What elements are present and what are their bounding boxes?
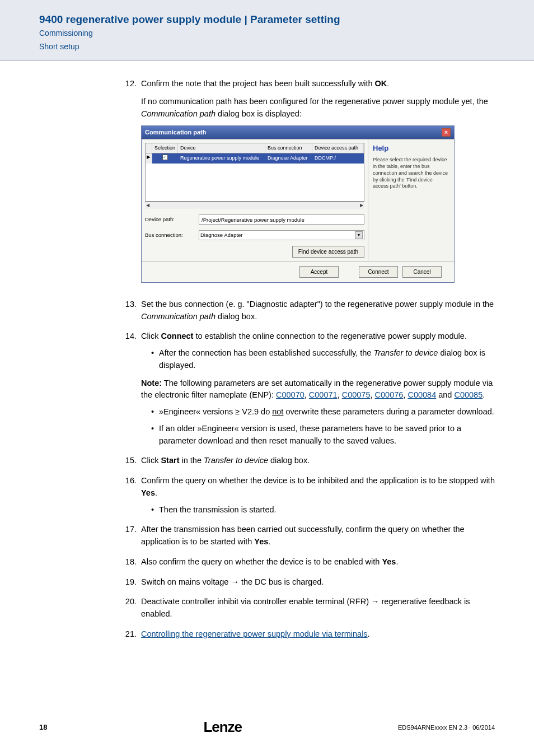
step-17: 17. After the transmission has been carr…: [123, 524, 495, 548]
page-header: 9400 regenerative power supply module | …: [0, 0, 534, 61]
device-path-label: Device path:: [145, 216, 199, 223]
bullet-icon: •: [151, 347, 159, 372]
cell-path: DDCMP:/: [312, 153, 364, 164]
text-italic: Communication path: [141, 312, 216, 321]
lenze-logo: Lenze: [203, 718, 242, 736]
text: After the connection has been establishe…: [159, 348, 373, 357]
step-body: Confirm the note that the project has be…: [141, 78, 495, 291]
step-13: 13. Set the bus connection (e. g. "Diagn…: [123, 298, 495, 323]
communication-path-dialog: Communication path × Selection Device Bu…: [141, 125, 455, 283]
text: After the transmission has been carried …: [141, 525, 465, 546]
grid-header: Selection Device Bus connection Device a…: [146, 143, 364, 154]
text-italic: Transfer to device: [204, 456, 268, 465]
text: ,: [370, 390, 374, 399]
text: Confirm the query on whether the device …: [141, 476, 495, 485]
link-c00075[interactable]: C00075: [342, 390, 371, 399]
text: Click: [141, 332, 161, 340]
text: dialog box.: [268, 456, 310, 465]
text: dialog box.: [216, 312, 257, 321]
text: dialog box is displayed:: [216, 109, 302, 118]
text: »Engineer« versions ≥ V2.9 do: [159, 407, 272, 416]
device-grid[interactable]: Selection Device Bus connection Device a…: [145, 143, 364, 202]
step-18: 18. Also confirm the query on whether th…: [123, 556, 495, 568]
step-number: 13.: [123, 298, 141, 323]
text: .: [483, 390, 485, 399]
cell-device: Regenerative power supply module: [178, 153, 265, 164]
text: Also confirm the query on whether the de…: [141, 557, 382, 566]
text: ,: [305, 390, 309, 399]
dialog-help-pane: Help Please select the required device i…: [368, 139, 454, 261]
step-number: 21.: [123, 628, 141, 641]
step-number: 20.: [123, 596, 141, 620]
dialog-left-pane: Selection Device Bus connection Device a…: [142, 139, 368, 261]
header-title: 9400 regenerative power supply module | …: [39, 13, 495, 26]
link-control-via-terminals[interactable]: Controlling the regenerative power suppl…: [141, 629, 368, 638]
header-sub2: Short setup: [39, 41, 495, 53]
chevron-down-icon[interactable]: ▼: [355, 231, 363, 239]
page-number: 18: [39, 723, 47, 731]
dialog-title-text: Communication path: [145, 128, 206, 137]
text-italic: Communication path: [141, 109, 216, 118]
text-bold: Connect: [161, 332, 193, 340]
help-text: Please select the required device in the…: [373, 157, 449, 189]
col-bus: Bus connection: [265, 143, 312, 153]
doc-code: EDS94ARNExxxx EN 2.3 · 06/2014: [398, 724, 495, 731]
text-bold: Yes: [382, 557, 396, 566]
col-device: Device: [178, 143, 265, 153]
cell-bus: Diagnose Adapter: [265, 153, 312, 164]
content-area: 12. Confirm the note that the project ha…: [0, 61, 534, 641]
step-number: 16.: [123, 475, 141, 516]
step-19: 19. Switch on mains voltage → the DC bus…: [123, 576, 495, 589]
step-20: 20. Deactivate controller inhibit via co…: [123, 596, 495, 620]
step-number: 14.: [123, 330, 141, 447]
text-italic: Transfer to device: [373, 348, 438, 357]
text-underline: not: [272, 407, 283, 416]
bus-connection-select[interactable]: Diagnose Adapter ▼: [199, 230, 364, 240]
find-path-button[interactable]: Find device access path: [292, 246, 364, 258]
text: .: [368, 629, 370, 638]
close-icon[interactable]: ×: [442, 128, 451, 137]
text-bold: OK: [375, 79, 387, 88]
device-path-input[interactable]: /Project/Regenerative power supply modul…: [199, 214, 364, 225]
text: If an older »Engineer« version is used, …: [159, 423, 495, 447]
text: and: [436, 390, 454, 399]
text: .: [396, 557, 398, 566]
step-number: 12.: [123, 78, 141, 291]
checkbox-icon[interactable]: ✓: [162, 155, 168, 160]
link-c00076[interactable]: C00076: [375, 390, 404, 399]
note-label: Note:: [141, 379, 162, 388]
text-bold: Yes: [141, 488, 155, 497]
link-c00084[interactable]: C00084: [407, 390, 436, 399]
col-path: Device access path: [312, 143, 364, 153]
help-heading: Help: [373, 143, 449, 154]
step-number: 19.: [123, 576, 141, 589]
link-c00071[interactable]: C00071: [309, 390, 338, 399]
step-number: 18.: [123, 556, 141, 568]
bullet-icon: •: [151, 504, 159, 516]
text: in the: [180, 456, 204, 465]
text: overwrite these parameters during a para…: [283, 407, 494, 416]
bullet-icon: •: [151, 406, 159, 418]
link-c00070[interactable]: C00070: [276, 390, 305, 399]
bus-connection-label: Bus connection:: [145, 231, 199, 239]
dialog-titlebar: Communication path ×: [142, 126, 454, 139]
connect-button[interactable]: Connect: [359, 266, 398, 278]
cell-selection[interactable]: ✓: [152, 153, 178, 164]
text: If no communication path has been config…: [141, 97, 488, 106]
link-c00085[interactable]: C00085: [454, 390, 483, 399]
accept-button[interactable]: Accept: [299, 266, 339, 278]
step-16: 16. Confirm the query on whether the dev…: [123, 475, 495, 516]
text: Set the bus connection (e. g. "Diagnosti…: [141, 300, 494, 309]
select-value: Diagnose Adapter: [200, 231, 243, 239]
step-15: 15. Click Start in the Transfer to devic…: [123, 455, 495, 467]
col-selection: Selection: [152, 143, 178, 153]
grid-scrollbar[interactable]: ◀▶: [145, 202, 364, 209]
step-21: 21. Controlling the regenerative power s…: [123, 628, 495, 641]
page-footer: 18 Lenze EDS94ARNExxxx EN 2.3 · 06/2014: [0, 718, 534, 736]
text: Deactivate controller inhibit via contro…: [141, 596, 495, 620]
header-sub1: Commissioning: [39, 28, 495, 39]
text: Click: [141, 456, 161, 465]
table-row[interactable]: ▶ ✓ Regenerative power supply module Dia…: [146, 153, 364, 164]
col-blank: [146, 143, 152, 153]
cancel-button[interactable]: Cancel: [402, 266, 442, 278]
